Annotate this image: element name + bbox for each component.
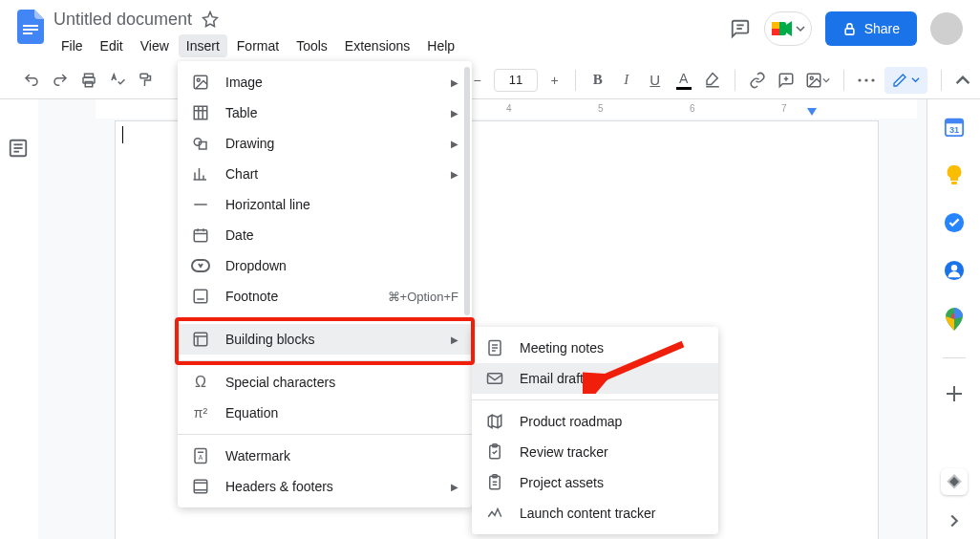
explore-button[interactable] — [941, 468, 968, 495]
submenu-item-meeting-notes[interactable]: Meeting notes — [472, 333, 718, 363]
hide-menus-icon[interactable] — [955, 73, 970, 88]
date-icon — [191, 226, 210, 245]
chart-icon — [191, 164, 210, 183]
share-label: Share — [864, 21, 900, 36]
svg-rect-53 — [194, 290, 207, 303]
italic-icon[interactable]: I — [616, 69, 637, 92]
chevron-right-icon: ▶ — [451, 77, 458, 88]
add-addon-icon[interactable] — [946, 385, 963, 402]
account-avatar[interactable] — [930, 12, 963, 45]
side-panel: 31 — [927, 99, 980, 539]
submenu-item-review-tracker[interactable]: Review tracker — [472, 437, 718, 467]
svg-rect-24 — [945, 119, 962, 124]
menu-help[interactable]: Help — [419, 34, 462, 57]
menu-item-watermark[interactable]: AWatermark — [178, 441, 472, 471]
submenu-item-product-roadmap[interactable]: Product roadmap — [472, 406, 718, 437]
table-icon — [191, 103, 210, 122]
menu-format[interactable]: Format — [229, 34, 287, 57]
svg-point-36 — [197, 78, 200, 81]
underline-icon[interactable]: U — [645, 69, 666, 92]
text-color-icon[interactable]: A — [673, 69, 694, 92]
menu-extensions[interactable]: Extensions — [337, 34, 417, 57]
svg-rect-55 — [194, 333, 207, 346]
spellcheck-icon[interactable] — [107, 69, 128, 92]
dropdown-icon — [191, 256, 210, 275]
meet-button[interactable] — [764, 11, 812, 46]
menu-item-dropdown[interactable]: Dropdown — [178, 250, 472, 281]
svg-rect-0 — [23, 25, 38, 27]
svg-point-17 — [865, 78, 868, 81]
svg-rect-7 — [845, 28, 854, 33]
svg-text:31: 31 — [948, 125, 958, 135]
svg-rect-11 — [140, 74, 148, 78]
menu-item-horizontal-line[interactable]: Horizontal line — [178, 189, 472, 220]
docs-logo[interactable] — [11, 8, 50, 46]
svg-rect-37 — [194, 106, 207, 119]
drawing-icon — [191, 134, 210, 153]
highlight-color-icon[interactable] — [702, 69, 723, 92]
svg-rect-68 — [488, 374, 502, 384]
menu-item-chart[interactable]: Chart▶ — [178, 159, 472, 189]
menu-item-building-blocks[interactable]: Building blocks▶ — [178, 324, 472, 355]
svg-rect-48 — [194, 230, 207, 242]
contacts-app-icon[interactable] — [944, 260, 965, 281]
watermark-icon: A — [191, 446, 210, 465]
calendar-app-icon[interactable]: 31 — [944, 117, 965, 138]
menu-tools[interactable]: Tools — [288, 34, 335, 57]
menu-view[interactable]: View — [133, 34, 177, 57]
star-icon[interactable] — [202, 11, 219, 28]
more-icon[interactable] — [856, 69, 877, 92]
font-size-input[interactable]: 11 — [494, 69, 539, 92]
svg-rect-42 — [200, 142, 207, 150]
keep-app-icon[interactable] — [945, 164, 964, 185]
launch-icon — [485, 504, 504, 523]
paint-format-icon[interactable] — [136, 69, 157, 92]
bold-icon[interactable]: B — [587, 69, 608, 92]
right-indent-marker[interactable] — [806, 107, 818, 117]
document-title[interactable]: Untitled document — [53, 10, 192, 30]
tasks-app-icon[interactable] — [944, 212, 965, 233]
svg-rect-2 — [23, 32, 32, 34]
menu-item-footnote[interactable]: Footnote⌘+Option+F — [178, 281, 472, 312]
document-outline-icon[interactable] — [8, 138, 31, 161]
redo-icon[interactable] — [50, 69, 71, 92]
footnote-icon — [191, 287, 210, 306]
submenu-item-email-draft[interactable]: Email draft — [472, 363, 718, 394]
menu-insert[interactable]: Insert — [179, 34, 227, 57]
menu-item-image[interactable]: Image▶ — [178, 67, 472, 97]
review-icon — [485, 442, 504, 462]
notes-icon — [485, 338, 504, 357]
menu-file[interactable]: File — [53, 34, 91, 57]
print-icon[interactable] — [78, 69, 99, 92]
share-button[interactable]: Share — [825, 11, 917, 46]
equation-icon: π² — [191, 403, 210, 422]
svg-rect-1 — [23, 29, 38, 31]
image-icon — [191, 73, 210, 92]
assets-icon — [485, 473, 504, 492]
menu-item-date[interactable]: Date — [178, 220, 472, 250]
omega-icon: Ω — [191, 373, 210, 392]
undo-icon[interactable] — [21, 69, 42, 92]
text-cursor — [122, 126, 123, 143]
editing-mode-button[interactable] — [884, 67, 927, 94]
menu-edit[interactable]: Edit — [93, 34, 131, 57]
comment-history-icon[interactable] — [730, 18, 751, 39]
menu-item-special-characters[interactable]: ΩSpecial characters — [178, 367, 472, 398]
font-size-increase[interactable]: + — [545, 71, 563, 90]
menu-item-headers-footers[interactable]: Headers & footers▶ — [178, 471, 472, 502]
blocks-icon — [191, 330, 210, 349]
insert-menu-dropdown: Image▶ Table▶ Drawing▶ Chart▶ Horizontal… — [178, 61, 472, 507]
insert-link-icon[interactable] — [747, 69, 768, 92]
insert-image-icon[interactable] — [804, 69, 832, 92]
svg-point-16 — [859, 78, 862, 81]
add-comment-icon[interactable] — [776, 69, 797, 92]
menu-item-table[interactable]: Table▶ — [178, 97, 472, 128]
maps-app-icon[interactable] — [946, 308, 963, 331]
toolbar: − 11 + B I U A — [0, 61, 980, 99]
menu-item-drawing[interactable]: Drawing▶ — [178, 128, 472, 159]
submenu-item-project-assets[interactable]: Project assets — [472, 467, 718, 498]
menu-item-equation[interactable]: π²Equation — [178, 398, 472, 428]
submenu-item-launch-tracker[interactable]: Launch content tracker — [472, 498, 718, 528]
hide-side-panel-icon[interactable] — [948, 514, 961, 528]
roadmap-icon — [485, 412, 504, 431]
